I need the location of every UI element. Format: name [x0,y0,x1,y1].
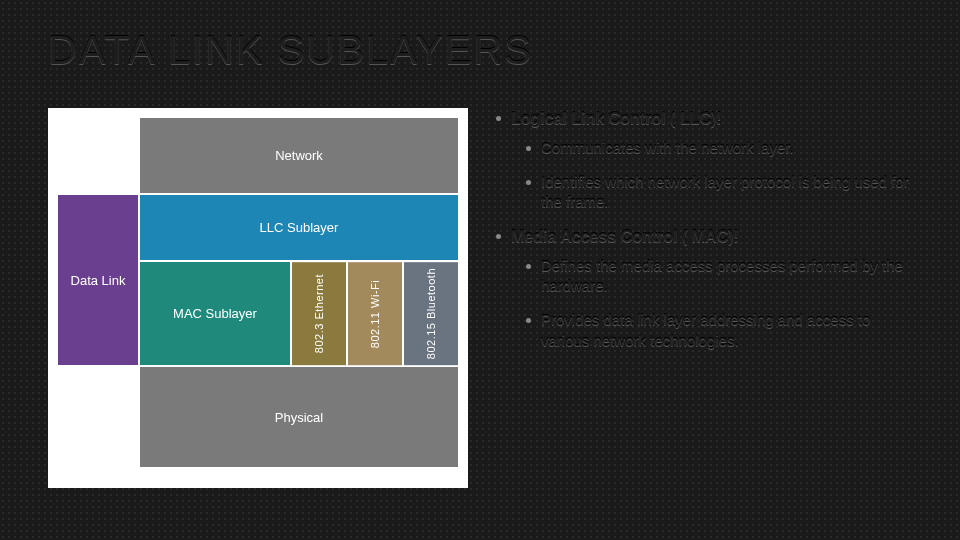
mac-sublayer-cell: MAC Sublayer [140,262,290,365]
mac-item-text: Defines the media access processes perfo… [541,256,912,297]
network-layer-cell: Network [140,118,458,193]
protocol-columns: 802.3 Ethernet 802.11 Wi-Fi 802.15 Bluet… [292,262,458,365]
datalink-label-cell: Data Link [58,195,138,365]
bullet-mac: Media Access Control ( MAC)! [496,226,912,248]
bullet-mac-item: Provides data link layer addressing and … [526,310,912,351]
mac-heading: Media Access Control ( MAC)! [511,226,739,248]
bullet-dot-icon [526,264,531,269]
slide-title: DATA LINK SUBLAYERS [48,28,533,73]
protocol-bluetooth: 802.15 Bluetooth [404,262,458,365]
llc-sublayer-cell: LLC Sublayer [140,195,458,260]
diagram-empty-cell-bottom [58,367,138,467]
physical-layer-cell: Physical [140,367,458,467]
mac-wrap: MAC Sublayer 802.3 Ethernet 802.11 Wi-Fi… [140,262,458,365]
protocol-ethernet: 802.3 Ethernet [292,262,346,365]
bullet-dot-icon [526,146,531,151]
llc-item-text: Communicates with the network layer. [541,138,794,158]
bullet-dot-icon [526,180,531,185]
bullet-llc-item: Communicates with the network layer. [526,138,912,158]
bullet-dot-icon [526,318,531,323]
llc-heading: Logical Link Control ( LLC)! [511,108,722,130]
bullet-mac-item: Defines the media access processes perfo… [526,256,912,297]
text-column: Logical Link Control ( LLC)! Communicate… [496,108,912,510]
diagram-empty-cell [58,118,138,193]
bullet-llc: Logical Link Control ( LLC)! [496,108,912,130]
content-row: Network Data Link LLC Sublayer MAC Subla… [48,108,912,510]
mac-item-text: Provides data link layer addressing and … [541,310,912,351]
layer-diagram: Network Data Link LLC Sublayer MAC Subla… [48,108,468,488]
bullet-llc-item: Identifies which network layer protocol … [526,172,912,213]
bullet-dot-icon [496,116,501,121]
bullet-dot-icon [496,234,501,239]
llc-item-text: Identifies which network layer protocol … [541,172,912,213]
protocol-wifi: 802.11 Wi-Fi [348,262,402,365]
